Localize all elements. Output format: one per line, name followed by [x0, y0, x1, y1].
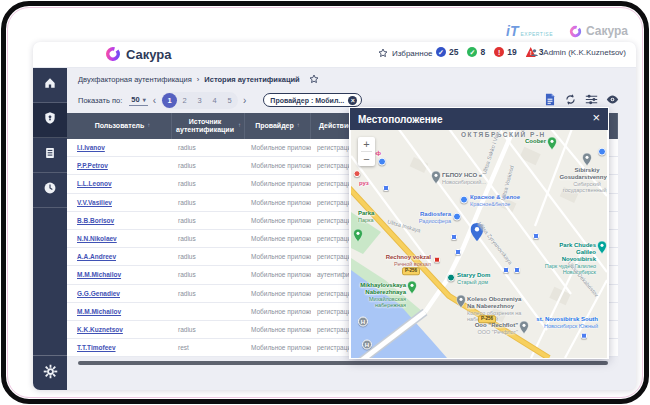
column-header-1[interactable]: Пользователь↑ [67, 113, 172, 139]
poi-label: Mikhaylovskaya NaberezhnayaМихайловская … [351, 282, 406, 308]
cell-provider: Мобильное приложен... [245, 266, 311, 283]
user-link[interactable]: A.A.Andreev [77, 253, 116, 260]
district-label: ОКТЯБРЬСКИЙ Р-Н [461, 131, 546, 138]
zoom-out-button[interactable]: − [358, 152, 375, 166]
it-logo-text: iT [506, 23, 518, 39]
next-page-button[interactable]: › [243, 95, 246, 106]
poi-label-main: Ooo "Rechflot" [475, 322, 518, 329]
page-button-5[interactable]: 5 [222, 93, 237, 108]
poi-label-sub: Парка [358, 217, 374, 223]
popup-header: Местоположение × [350, 108, 608, 130]
cell-user: B.B.Borisov [67, 212, 172, 229]
refresh-icon[interactable] [564, 93, 577, 106]
page-button-2[interactable]: 2 [177, 93, 192, 108]
user-link[interactable]: I.I.Ivanov [77, 144, 105, 151]
cell-source: radius [172, 230, 245, 247]
user-menu[interactable]: Admin (K.K.Kuznetsov) [530, 48, 626, 57]
check-circle-green-badge[interactable]: ✓8 [467, 47, 485, 57]
favorite-star-icon[interactable] [309, 74, 319, 84]
poi-label-main: Sibirskiy Gosudarstvennyy... [558, 167, 607, 181]
check-circle-green-badge-icon: ✓ [467, 47, 477, 57]
poi-dot [598, 148, 606, 156]
user-link[interactable]: G.G.Genadiev [77, 290, 120, 297]
clock-icon [43, 181, 57, 199]
popup-title: Местоположение [358, 114, 443, 125]
poi-label-main: Koleso Obozreniya Na Naberezhnoy [467, 296, 529, 310]
blue-circle-icon [378, 158, 386, 166]
check-circle-blue-badge[interactable]: ✓25 [436, 47, 458, 57]
column-header-2[interactable]: Источник аутентификации↑ [172, 113, 245, 139]
sidebar-item-document[interactable] [33, 138, 67, 173]
cell-user: M.M.Michailov [67, 303, 172, 320]
poi-dot [378, 158, 386, 166]
poi-label-main: st. Novosibirsk South [536, 316, 598, 323]
sidebar-item-clock[interactable] [33, 173, 67, 208]
user-link[interactable]: K.K.Kuznetsov [77, 326, 123, 333]
cell-user: K.K.Kuznetsov [67, 321, 172, 338]
cell-user: I.I.Ivanov [67, 139, 172, 156]
hotel-circle: H [358, 317, 368, 327]
zoom-in-button[interactable]: + [358, 137, 375, 151]
poi-label-main: Rechnoy vokzal [386, 254, 431, 261]
sidebar-item-settings[interactable] [33, 355, 67, 390]
green-pin-icon [354, 229, 363, 242]
breadcrumb-link-history[interactable]: История аутентификаций [204, 75, 299, 84]
breadcrumb-link-2fa[interactable]: Двухфакторная аутентификация [78, 75, 192, 84]
page-button-4[interactable]: 4 [207, 93, 222, 108]
poi-label-main: Staryy Dom [457, 272, 490, 279]
user-link[interactable]: N.N.Nikolaev [77, 235, 117, 242]
chevron-down-icon: ▾ [143, 96, 146, 103]
location-popup: Местоположение × [350, 108, 608, 358]
page-size-select[interactable]: 50▾ [129, 95, 147, 106]
column-header-label: Провайдер [255, 122, 294, 130]
poi-label: Staryy DomСтарый дом [457, 272, 490, 285]
eye-icon[interactable] [606, 93, 619, 106]
blue-circle-icon [460, 196, 468, 204]
user-link[interactable]: P.P.Petrov [77, 162, 108, 169]
map-canvas[interactable]: + − ОКТЯБРЬСКИЙ Р-Н Cooberяжи.рфрузSibir… [351, 130, 607, 358]
user-link[interactable]: B.B.Borisov [77, 217, 114, 224]
app-window: Сакура Избранное ✓25✓8!19!3 Admin (K.K.K… [33, 42, 636, 390]
horizontal-scrollbar[interactable] [78, 361, 608, 365]
badge-count: 8 [480, 47, 485, 57]
user-link[interactable]: V.V.Vasiliev [77, 199, 112, 206]
page-button-3[interactable]: 3 [192, 93, 207, 108]
toolbar-icons [544, 93, 619, 106]
sort-arrow-icon: ↑ [238, 122, 241, 129]
column-header-3[interactable]: Провайдер↑ [245, 113, 311, 139]
sidebar-item-home[interactable] [33, 68, 67, 103]
filter-chip[interactable]: Провайдер : Мобил...× [263, 93, 362, 107]
cell-provider: Мобильное приложен... [245, 212, 311, 229]
close-icon[interactable]: × [592, 110, 600, 125]
sidebar-item-shield[interactable] [33, 103, 67, 138]
user-link[interactable]: L.L.Leonov [77, 180, 112, 187]
bus-stop-icon [451, 234, 457, 240]
export-file-icon[interactable] [544, 93, 556, 106]
home-icon [43, 76, 57, 94]
remove-filter-icon[interactable]: × [348, 96, 357, 105]
column-header-label: Действие [319, 122, 352, 130]
prev-page-button[interactable]: ‹ [153, 95, 156, 106]
error-circle-red-badge[interactable]: !19 [494, 47, 516, 57]
sakura-brand-logo: Сакура [569, 24, 628, 38]
pagination: 12345 [161, 92, 238, 109]
user-link[interactable]: M.M.Michailov [77, 271, 121, 278]
poi-label: RadiosferaРадиосфера [419, 211, 451, 224]
poi-label-main: Красное & белое [470, 194, 520, 201]
filter-sliders-icon[interactable] [585, 93, 598, 106]
favorites-button[interactable]: Избранное [378, 48, 433, 58]
poi-label-sub: Сибирский государственный... [558, 181, 607, 194]
poi-label: Красное & белоеКрасное&белое [470, 194, 520, 207]
poi-label: st. Novosibirsk SouthНовосибирск Южный [536, 316, 598, 329]
screenshot-root: iTEXPERTISE Сакура Сакура Избранное ✓25✓… [0, 0, 650, 405]
user-link[interactable]: T.T.Timofeev [77, 344, 116, 351]
cell-source: radius [172, 194, 245, 211]
cell-user: P.P.Petrov [67, 157, 172, 174]
red-circle-icon [354, 170, 361, 177]
bus-stop-icon [533, 233, 539, 239]
page-button-1[interactable]: 1 [162, 93, 177, 108]
poi-dot [354, 170, 361, 177]
user-link[interactable]: M.M.Michailov [77, 308, 121, 315]
cell-user: G.G.Genadiev [67, 285, 172, 302]
cell-user: L.L.Leonov [67, 175, 172, 192]
